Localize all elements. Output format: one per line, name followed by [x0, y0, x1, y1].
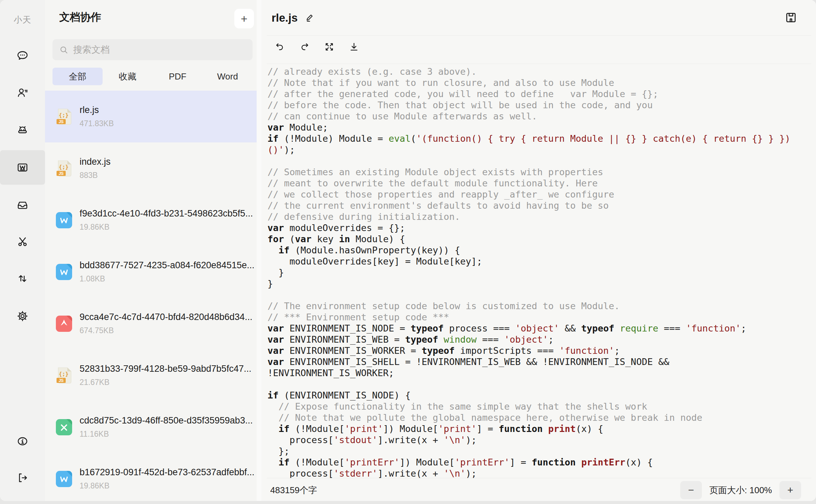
rail-item-inbox[interactable] — [0, 187, 45, 222]
file-size: 674.75KB — [80, 326, 252, 335]
save-icon[interactable] — [784, 11, 798, 24]
code-line: if (Module.hasOwnProperty(key)) { — [267, 245, 796, 256]
search-input[interactable]: 搜索文档 — [52, 39, 253, 60]
file-size: 19.86KB — [80, 223, 253, 232]
word-file-icon — [55, 470, 73, 488]
undo-button[interactable] — [273, 40, 286, 53]
scissors-icon — [16, 235, 29, 248]
rail: 小天 — [0, 0, 45, 501]
header-divider — [267, 35, 811, 36]
code-line — [267, 289, 796, 300]
code-line: }; — [267, 445, 796, 457]
tab-收藏[interactable]: 收藏 — [103, 68, 153, 85]
page-size-label: 页面大小: 100% — [709, 484, 772, 496]
expand-button[interactable] — [322, 40, 336, 53]
tab-Word[interactable]: Word — [202, 68, 253, 85]
tab-全部[interactable]: 全部 — [52, 68, 103, 85]
download-icon — [348, 41, 360, 52]
contacts-icon — [16, 87, 29, 99]
app-name: 小天 — [0, 14, 45, 25]
app-window: 小天 文档协作 + 搜索文档 全部收藏PDFWord {;}JSrle.js47… — [0, 0, 816, 501]
file-size: 11.16KB — [80, 430, 253, 439]
editor-panel: rle.js // already exists (e.g. case 3 ab… — [261, 0, 816, 501]
code-line: // the current environment's defaults to… — [267, 200, 796, 211]
excel-file-icon — [55, 418, 73, 436]
file-list-item[interactable]: {;}JSrle.js471.83KB — [45, 91, 261, 142]
settings-icon — [16, 310, 29, 322]
tab-PDF[interactable]: PDF — [153, 68, 203, 85]
svg-text:JS: JS — [59, 171, 64, 176]
code-line: process['stdout'].write(x + '\n'); — [267, 434, 796, 445]
code-line: var Module; — [267, 122, 796, 133]
file-list-item[interactable]: cdc8d75c-13d9-46ff-850e-d35f35959ab3...1… — [45, 401, 261, 453]
code-line: var ENVIRONMENT_IS_WORKER = typeof impor… — [267, 345, 796, 356]
rail-item-contacts[interactable] — [0, 75, 45, 110]
toolbar-divider — [267, 64, 811, 64]
rail-item-chat[interactable] — [0, 38, 45, 73]
svg-text:JS: JS — [59, 378, 64, 383]
search-placeholder: 搜索文档 — [73, 44, 110, 56]
editor-header: rle.js — [272, 8, 315, 28]
filter-tabs: 全部收藏PDFWord — [52, 68, 253, 85]
file-meta: bdd38677-7527-4235-a084-f620e84515e...1.… — [80, 260, 254, 283]
download-button[interactable] — [347, 40, 361, 53]
file-size: 883B — [80, 171, 111, 180]
robot-icon — [16, 124, 29, 137]
svg-text:JS: JS — [59, 119, 64, 124]
file-list-item[interactable]: 9cca4e7c-4c7d-4470-bfd4-820d48b6d34...67… — [45, 298, 261, 349]
rail-item-settings[interactable] — [0, 299, 45, 333]
inbox-icon — [16, 199, 29, 211]
file-meta: cdc8d75c-13d9-46ff-850e-d35f35959ab3...1… — [80, 415, 253, 439]
code-line: } — [267, 278, 796, 289]
code-line: for (var key in Module) { — [267, 233, 796, 245]
code-line: process['stderr'].write(x + '\n'); — [267, 468, 796, 478]
file-list-item[interactable]: {;}JSindex.js883B — [45, 142, 261, 194]
code-line: var ENVIRONMENT_IS_WEB = typeof window =… — [267, 334, 796, 345]
file-meta: index.js883B — [80, 157, 111, 180]
rail-item-word-doc[interactable] — [0, 150, 45, 185]
undo-icon — [274, 41, 285, 52]
code-line: // Note that if you want to run closure,… — [267, 77, 796, 88]
code-line: // after the generated code, you will ne… — [267, 88, 796, 99]
zoom-in-button[interactable]: + — [779, 481, 801, 499]
word-file-icon — [55, 211, 73, 229]
zoom-out-button[interactable]: − — [680, 481, 702, 499]
transfer-icon — [16, 272, 29, 285]
file-panel: 文档协作 + 搜索文档 全部收藏PDFWord {;}JSrle.js471.8… — [45, 0, 261, 501]
svg-text:{;}: {;} — [59, 164, 69, 170]
rail-item-logout[interactable] — [0, 460, 45, 495]
file-name: 9cca4e7c-4c7d-4470-bfd4-820d48b6d34... — [80, 312, 252, 322]
file-list-scrollbar[interactable] — [257, 0, 261, 501]
file-list: {;}JSrle.js471.83KB{;}JSindex.js883Bf9e3… — [45, 91, 261, 501]
chat-icon — [16, 49, 29, 62]
code-line: var ENVIRONMENT_IS_NODE = typeof process… — [267, 323, 796, 334]
file-name: rle.js — [80, 105, 114, 115]
edit-title-icon[interactable] — [304, 13, 315, 23]
rail-item-robot[interactable] — [0, 113, 45, 147]
file-size: 21.67KB — [80, 378, 251, 387]
file-list-item[interactable]: f9e3d1cc-4e10-4fd3-b231-5498623cb5f5...1… — [45, 194, 261, 246]
code-line: var ENVIRONMENT_IS_SHELL = !ENVIRONMENT_… — [267, 356, 796, 379]
editor-toolbar — [273, 40, 361, 53]
file-meta: f9e3d1cc-4e10-4fd3-b231-5498623cb5f5...1… — [80, 208, 253, 232]
code-line: if (ENVIRONMENT_IS_NODE) { — [267, 390, 796, 401]
file-size: 1.08KB — [80, 274, 254, 283]
code-line: } — [267, 267, 796, 278]
rail-item-transfer[interactable] — [0, 261, 45, 296]
file-list-item[interactable]: bdd38677-7527-4235-a084-f620e84515e...1.… — [45, 246, 261, 298]
search-icon — [59, 45, 69, 55]
redo-icon — [299, 41, 310, 52]
file-list-item[interactable]: {;}JS52831b33-799f-4128-be59-9abd7b5fc47… — [45, 349, 261, 401]
code-line: // defensive during initialization. — [267, 211, 796, 222]
rail-item-scissors[interactable] — [0, 224, 45, 259]
js-file-icon: {;}JS — [55, 160, 73, 177]
file-meta: 52831b33-799f-4128-be59-9abd7b5fc47...21… — [80, 364, 251, 387]
redo-button[interactable] — [298, 40, 311, 53]
code-line: // before the code. Then that object wil… — [267, 99, 796, 111]
code-line: if (!Module['print']) Module['print'] = … — [267, 423, 796, 434]
file-list-item[interactable]: b1672919-091f-452d-be73-62537adfebbf...1… — [45, 453, 261, 501]
add-document-button[interactable]: + — [234, 9, 254, 28]
code-editor[interactable]: // already exists (e.g. case 3 above).//… — [267, 66, 796, 478]
rail-item-info[interactable] — [0, 424, 45, 458]
file-name: index.js — [80, 157, 111, 167]
